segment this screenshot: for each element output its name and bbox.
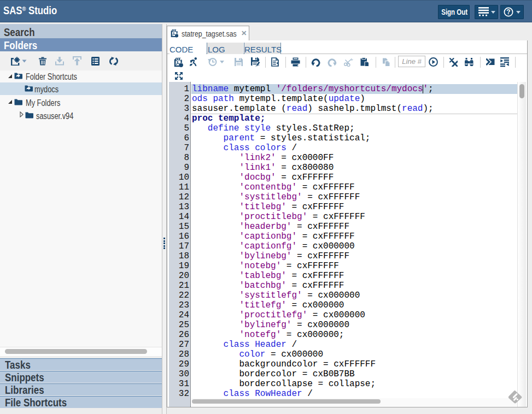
svg-text:?: ? [506, 8, 510, 16]
